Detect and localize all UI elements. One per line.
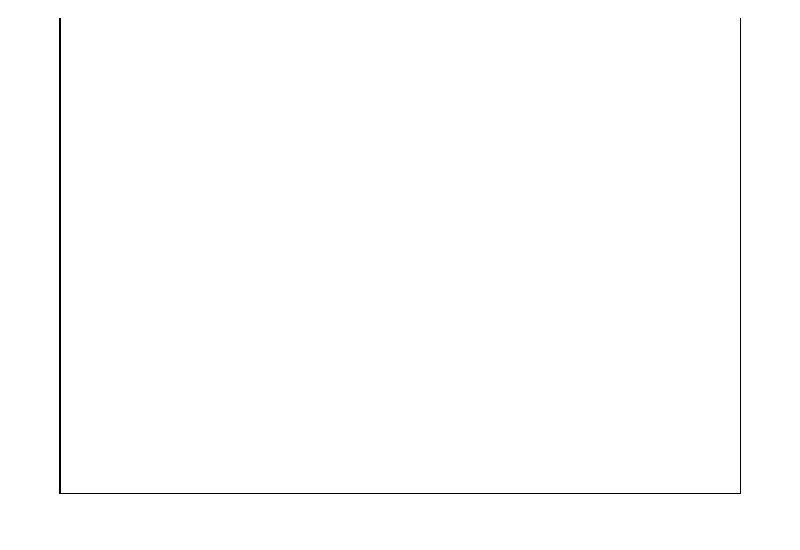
right-axis-line (740, 18, 741, 493)
x-axis-line (59, 493, 741, 494)
left-axis-line (59, 18, 60, 493)
water-level-chart (0, 0, 800, 550)
area-series (60, 18, 740, 493)
